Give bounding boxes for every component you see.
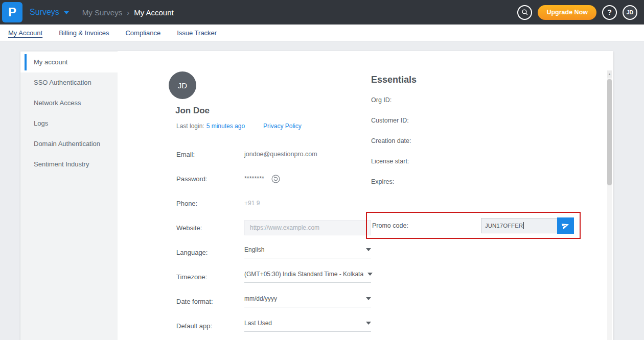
sidebar-item-domain-authentication[interactable]: Domain Authentication	[20, 134, 118, 154]
default-app-select[interactable]: Last Used	[244, 320, 371, 332]
email-label: Email:	[176, 151, 244, 158]
search-button[interactable]	[517, 5, 532, 20]
default-app-row: Default app: Last Used	[148, 313, 373, 338]
date-format-select[interactable]: mm/dd/yyyy	[244, 295, 371, 307]
profile-name: Jon Doe	[175, 106, 373, 116]
tab-my-account[interactable]: My Account	[8, 29, 42, 37]
timezone-select[interactable]: (GMT+05:30) India Standard Time - Kolkat…	[244, 271, 371, 283]
phone-row: Phone: +91 9	[148, 191, 373, 215]
creation-date-label: Creation date:	[371, 137, 596, 158]
sidebar-item-logs[interactable]: Logs	[20, 113, 118, 134]
chevron-down-icon	[366, 248, 371, 251]
default-app-value: Last Used	[244, 320, 272, 327]
vertical-scrollbar[interactable]: ▲	[607, 70, 612, 340]
topbar-actions: Upgrade Now ? JD	[517, 5, 644, 20]
last-login-value: 5 minutes ago	[206, 123, 245, 130]
language-value: English	[244, 246, 264, 253]
chevron-down-icon	[64, 11, 69, 14]
sidebar-item-my-account[interactable]: My account	[20, 52, 118, 72]
phone-value: +91 9	[244, 200, 260, 207]
phone-label: Phone:	[176, 200, 244, 207]
website-input[interactable]	[244, 220, 371, 235]
timezone-label: Timezone:	[176, 273, 244, 281]
chevron-down-icon	[366, 297, 371, 300]
apply-promo-button[interactable]	[557, 217, 574, 234]
breadcrumb-my-surveys[interactable]: My Surveys	[82, 8, 122, 17]
org-id-label: Org ID:	[371, 96, 596, 117]
website-row: Website:	[148, 215, 373, 240]
tab-billing-invoices[interactable]: Billing & Invoices	[59, 29, 109, 37]
tab-compliance[interactable]: Compliance	[125, 29, 160, 37]
essentials-fields: Org ID: Customer ID: Creation date: Lice…	[371, 96, 596, 199]
password-value: ********	[244, 175, 264, 182]
upgrade-now-button[interactable]: Upgrade Now	[538, 5, 596, 20]
logo-letter: P	[8, 5, 16, 19]
breadcrumb-separator: ›	[127, 8, 129, 17]
password-row: Password: ********	[148, 166, 373, 191]
timezone-row: Timezone: (GMT+05:30) India Standard Tim…	[148, 264, 373, 289]
chevron-down-icon	[366, 322, 371, 325]
password-history-button[interactable]	[271, 175, 280, 183]
chevron-down-icon	[367, 273, 373, 276]
page-background: My account SSO Authentication Network Ac…	[0, 41, 644, 340]
expires-label: Expires:	[371, 178, 596, 199]
email-row: Email: jondoe@questionpro.com	[148, 142, 373, 166]
date-format-value: mm/dd/yyyy	[244, 295, 277, 302]
profile-avatar: JD	[169, 71, 196, 99]
product-name: Surveys	[30, 8, 59, 17]
date-format-label: Date format:	[176, 298, 244, 305]
history-icon	[271, 175, 280, 183]
promo-code-annotation-box: Promo code: JUN17OFFER	[366, 212, 581, 239]
account-settings-card: My account SSO Authentication Network Ac…	[20, 51, 613, 340]
sidebar-item-sentiment-industry[interactable]: Sentiment Industry	[20, 154, 118, 175]
questionpro-logo[interactable]: P	[2, 2, 22, 22]
help-button[interactable]: ?	[602, 5, 617, 20]
send-icon	[561, 221, 570, 230]
privacy-policy-link[interactable]: Privacy Policy	[263, 123, 302, 130]
promo-code-input[interactable]: JUN17OFFER	[481, 218, 557, 233]
language-row: Language: English	[148, 240, 373, 264]
default-app-label: Default app:	[176, 322, 244, 330]
date-format-row: Date format: mm/dd/yyyy	[148, 289, 373, 313]
promo-code-value: JUN17OFFER	[485, 223, 523, 229]
profile-column: JD Jon Doe Last login: 5 minutes ago Pri…	[148, 71, 373, 338]
essentials-column: Essentials Org ID: Customer ID: Creation…	[371, 75, 596, 199]
breadcrumb-my-account: My Account	[134, 8, 174, 17]
tab-issue-tracker[interactable]: Issue Tracker	[177, 29, 217, 37]
search-icon	[521, 9, 528, 16]
promo-code-label: Promo code:	[372, 222, 481, 229]
user-avatar[interactable]: JD	[623, 5, 637, 20]
scroll-up-button[interactable]: ▲	[607, 70, 612, 78]
last-login-label: Last login:	[176, 123, 204, 130]
timezone-value: (GMT+05:30) India Standard Time - Kolkat…	[244, 271, 363, 278]
question-mark-icon: ?	[607, 8, 612, 16]
sidebar-item-sso-authentication[interactable]: SSO Authentication	[20, 72, 118, 93]
sidebar-item-network-access[interactable]: Network Access	[20, 93, 118, 113]
product-switcher[interactable]: Surveys	[30, 8, 69, 17]
customer-id-label: Customer ID:	[371, 117, 596, 137]
breadcrumb: My Surveys › My Account	[82, 8, 174, 17]
last-login-row: Last login: 5 minutes ago Privacy Policy	[176, 123, 373, 130]
section-tabs: My Account Billing & Invoices Compliance…	[0, 25, 644, 41]
license-start-label: License start:	[371, 158, 596, 178]
scrollbar-thumb[interactable]	[607, 79, 612, 185]
text-cursor	[523, 222, 524, 229]
settings-sidebar: My account SSO Authentication Network Ac…	[20, 51, 118, 340]
email-value: jondoe@questionpro.com	[244, 151, 317, 158]
essentials-title: Essentials	[371, 75, 596, 85]
language-select[interactable]: English	[244, 246, 371, 258]
password-label: Password:	[176, 175, 244, 183]
website-label: Website:	[176, 224, 244, 232]
account-form: Email: jondoe@questionpro.com Password: …	[148, 142, 373, 338]
top-navigation-bar: P Surveys My Surveys › My Account Upgrad…	[0, 0, 644, 25]
language-label: Language:	[176, 249, 244, 256]
